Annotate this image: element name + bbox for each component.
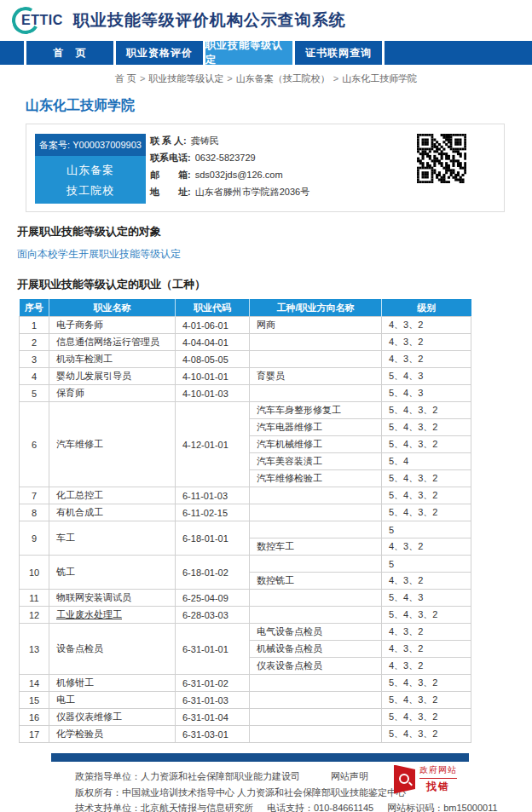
table-cell: 婴幼儿发展引导员 — [49, 368, 176, 385]
nav-tab-4[interactable]: 证书联网查询 — [295, 41, 382, 65]
nav-tab-2[interactable]: 职业资格评价 — [116, 41, 203, 65]
contact-label: 地 址: — [150, 187, 191, 197]
nav-left-segment — [0, 41, 24, 65]
table-cell: 5、4、3、2 — [382, 726, 471, 743]
table-cell: 16 — [20, 709, 49, 726]
table-cell: 物联网安装调试员 — [49, 590, 176, 607]
table-row: 10铣工6-18-01-025 — [20, 556, 471, 573]
table-cell: 数控铣工 — [250, 573, 382, 590]
table-cell: 14 — [20, 675, 49, 692]
table-row: 4婴幼儿发展引导员4-10-01-01育婴员5、4、3 — [20, 368, 471, 385]
table-cell — [250, 692, 382, 709]
table-cell: 5、4、3、2 — [382, 436, 471, 453]
table-cell: 5、4、3、2 — [382, 504, 471, 521]
table-cell: 4、3、2 — [382, 641, 471, 658]
footer-segment: 网站标识码：bm15000011 — [387, 803, 497, 812]
breadcrumb-item-1[interactable]: 首 页 — [115, 73, 136, 84]
table-row: 15电工6-31-01-035、4、3、2 — [20, 692, 471, 709]
institution-card: 备案号: Y000037009903 山东备案 技工院校 联 系 人:龚铸民联系… — [26, 124, 505, 212]
table-cell: 仪器仪表维修工 — [49, 709, 176, 726]
table-row: 8有机合成工6-11-02-155、4、3、2 — [20, 504, 471, 521]
table-row: 6汽车维修工4-12-01-01汽车车身整形修复工5、4、3、2 — [20, 402, 471, 419]
record-number: 备案号: Y000037009903 — [35, 134, 146, 156]
table-cell: 17 — [20, 726, 49, 743]
record-type: 山东备案 技工院校 — [35, 156, 146, 204]
table-cell: 5 — [382, 556, 471, 573]
table-cell: 5、4、3 — [382, 385, 471, 402]
breadcrumb: 首 页>职业技能等级认定>山东备案（技工院校）>山东化工技师学院 — [0, 65, 532, 89]
table-row: 1电子商务师4-01-06-01网商4、3、2 — [20, 317, 471, 334]
col-header-2: 职业名称 — [49, 299, 176, 317]
table-row: 16仪器仪表维修工6-31-01-045、4、3、2 — [20, 709, 471, 726]
table-cell: 6-25-04-09 — [176, 590, 250, 607]
table-cell: 6-31-01-03 — [176, 692, 250, 709]
table-cell: 6-11-01-03 — [176, 487, 250, 504]
table-cell: 设备点检员 — [49, 624, 176, 675]
table-cell: 仪表设备点检员 — [250, 658, 382, 675]
badge-line2: 找错 — [419, 778, 457, 794]
table-cell: 6-28-03-03 — [176, 607, 250, 624]
table-cell: 6-31-01-04 — [176, 709, 250, 726]
table-cell — [250, 726, 382, 743]
table-cell: 13 — [20, 624, 49, 675]
table-cell: 数控车工 — [250, 538, 382, 556]
contact-row: 联系电话:0632-5823729 — [150, 149, 309, 166]
table-cell: 汽车维修工 — [49, 402, 176, 487]
table-cell: 汽车电器维修工 — [250, 419, 382, 436]
table-cell: 车工 — [49, 521, 176, 556]
table-cell: 7 — [20, 487, 49, 504]
site-logo[interactable]: ETTIC — [12, 7, 63, 34]
table-cell: 5、4、3 — [382, 590, 471, 607]
contact-label: 联 系 人: — [150, 135, 187, 146]
table-cell: 5、4、3、2 — [382, 419, 471, 436]
site-statement-link[interactable]: 网站声明 — [331, 771, 368, 781]
table-cell: 铣工 — [49, 556, 176, 590]
contact-value: 龚铸民 — [191, 135, 219, 146]
table-row: 7化工总控工6-11-01-035、4、3、2 — [20, 487, 471, 504]
table-cell — [250, 590, 382, 607]
table-cell: 汽车维修检验工 — [250, 470, 382, 487]
contact-row: 地 址:山东省滕州市学院路2036号 — [150, 183, 309, 200]
table-cell: 5、4、3、2 — [382, 692, 471, 709]
table-cell: 网商 — [250, 317, 382, 334]
breadcrumb-separator: > — [333, 73, 338, 84]
breadcrumb-separator: > — [227, 73, 232, 84]
gov-site-error-report-badge[interactable]: 政府网站 找错 — [394, 764, 457, 794]
table-cell: 9 — [20, 521, 49, 556]
site-title: 职业技能等级评价机构公示查询系统 — [73, 9, 346, 32]
table-cell: 4-08-05-05 — [176, 351, 250, 368]
site-header: ETTIC 职业技能等级评价机构公示查询系统 — [0, 0, 532, 41]
col-header-4: 工种/职业方向名称 — [250, 299, 382, 317]
table-cell: 育婴员 — [250, 368, 382, 385]
contact-row: 邮 箱:sds032jds@126.com — [150, 166, 309, 183]
table-cell: 5、4、3、2 — [382, 487, 471, 504]
table-cell: 4、3、2 — [382, 624, 471, 641]
table-row: 14机修钳工6-31-01-025、4、3、2 — [20, 675, 471, 692]
objects-link[interactable]: 面向本校学生开展职业技能等级认定 — [17, 247, 532, 262]
table-cell: 机械设备点检员 — [250, 641, 382, 658]
qr-code — [417, 134, 466, 183]
nav-tab-3[interactable]: 职业技能等级认定 — [205, 41, 292, 65]
table-cell: 5、4、3 — [382, 368, 471, 385]
table-row: 17化学检验员6-31-03-015、4、3、2 — [20, 726, 471, 743]
table-cell: 4、3、2 — [382, 317, 471, 334]
breadcrumb-item-3[interactable]: 山东备案（技工院校） — [236, 73, 330, 84]
table-cell[interactable]: 工业废水处理工 — [49, 607, 176, 624]
breadcrumb-item-2[interactable]: 职业技能等级认定 — [148, 73, 223, 84]
table-row: 9车工6-18-01-015 — [20, 521, 471, 538]
occupations-table: 序号职业名称职业代码工种/职业方向名称级别1电子商务师4-01-06-01网商4… — [19, 299, 471, 743]
contact-label: 联系电话: — [150, 153, 191, 163]
main-nav: 首 页职业资格评价职业技能等级认定证书联网查询 — [0, 41, 532, 65]
breadcrumb-item-4: 山东化工技师学院 — [342, 73, 417, 84]
table-cell: 6-18-01-01 — [176, 521, 250, 556]
table-cell: 5、4、3、2 — [382, 607, 471, 624]
nav-tab-1[interactable]: 首 页 — [26, 41, 113, 65]
footer-line-3: 技术支持单位：北京航天情报与信息研究所电话支持：010-84661145网站标识… — [75, 800, 399, 812]
table-cell: 汽车车身整形修复工 — [250, 402, 382, 419]
contact-value: 0632-5823729 — [195, 153, 256, 163]
table-cell: 化学检验员 — [49, 726, 176, 743]
cettic-c-arc-icon — [9, 3, 42, 37]
table-cell: 汽车机械维修工 — [250, 436, 382, 453]
table-cell — [250, 521, 382, 538]
page-title: 山东化工技师学院 — [26, 97, 532, 115]
